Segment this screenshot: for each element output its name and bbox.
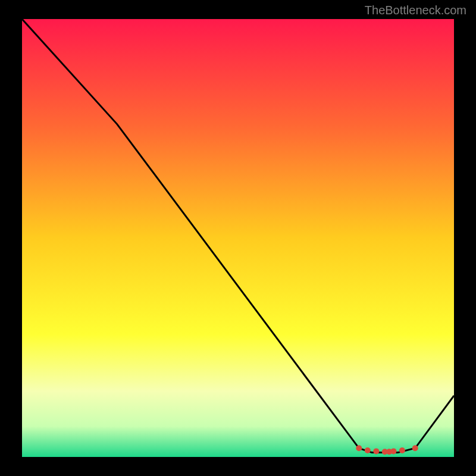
- chart-marker: [412, 445, 418, 451]
- chart-marker: [399, 447, 405, 453]
- chart-marker: [356, 445, 362, 451]
- chart-marker: [390, 448, 396, 454]
- attribution-text: TheBottleneck.com: [365, 4, 466, 17]
- chart-marker: [373, 448, 379, 454]
- chart-svg: [22, 19, 454, 457]
- chart-area: [22, 19, 454, 457]
- chart-marker: [365, 447, 371, 453]
- gradient-background: [22, 19, 454, 457]
